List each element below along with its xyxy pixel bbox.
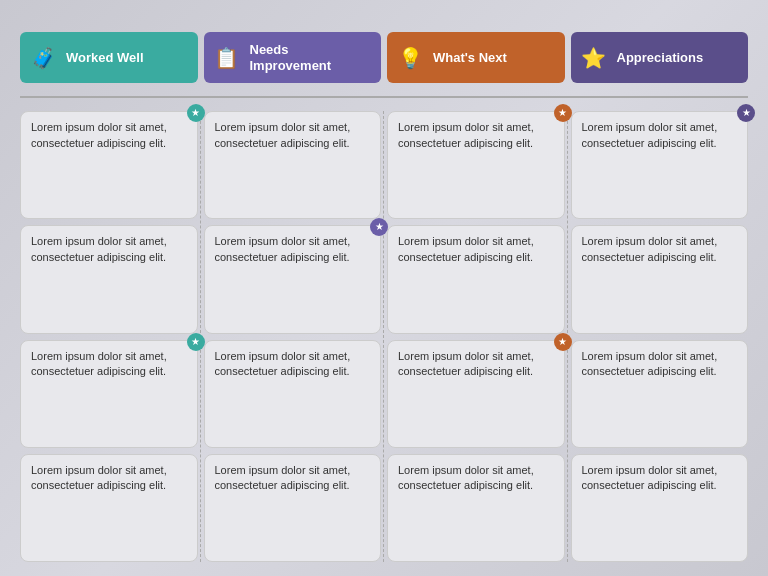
col-header-appreciations: ⭐Appreciations <box>571 32 749 83</box>
card-text: Lorem ipsum dolor sit amet, consectetuer… <box>31 235 167 262</box>
list-item[interactable]: Lorem ipsum dolor sit amet, consectetuer… <box>387 225 565 333</box>
worked-well-label: Worked Well <box>66 50 144 66</box>
col-header-worked-well: 🧳Worked Well <box>20 32 198 83</box>
divider-line <box>20 96 748 98</box>
appreciations-icon: ⭐ <box>579 46 609 70</box>
list-item[interactable]: Lorem ipsum dolor sit amet, consectetuer… <box>20 225 198 333</box>
card-text: Lorem ipsum dolor sit amet, consectetuer… <box>215 464 351 491</box>
star-badge: ★ <box>737 104 755 122</box>
list-item[interactable]: ★Lorem ipsum dolor sit amet, consectetue… <box>387 111 565 219</box>
header-row: 🧳Worked Well📋NeedsImprovement💡What's Nex… <box>20 32 748 83</box>
list-item[interactable]: Lorem ipsum dolor sit amet, consectetuer… <box>20 454 198 562</box>
card-text: Lorem ipsum dolor sit amet, consectetuer… <box>31 121 167 148</box>
column-needs-improvement: Lorem ipsum dolor sit amet, consectetuer… <box>204 111 382 562</box>
column-worked-well: ★Lorem ipsum dolor sit amet, consectetue… <box>20 111 198 562</box>
needs-improvement-label: NeedsImprovement <box>250 42 332 73</box>
list-item[interactable]: ★Lorem ipsum dolor sit amet, consectetue… <box>387 340 565 448</box>
list-item[interactable]: ★Lorem ipsum dolor sit amet, consectetue… <box>20 340 198 448</box>
card-text: Lorem ipsum dolor sit amet, consectetuer… <box>215 121 351 148</box>
card-text: Lorem ipsum dolor sit amet, consectetuer… <box>582 121 718 148</box>
list-item[interactable]: Lorem ipsum dolor sit amet, consectetuer… <box>204 111 382 219</box>
card-text: Lorem ipsum dolor sit amet, consectetuer… <box>31 464 167 491</box>
card-text: Lorem ipsum dolor sit amet, consectetuer… <box>398 464 534 491</box>
star-badge: ★ <box>187 333 205 351</box>
star-badge: ★ <box>554 333 572 351</box>
page: 🧳Worked Well📋NeedsImprovement💡What's Nex… <box>0 0 768 576</box>
card-text: Lorem ipsum dolor sit amet, consectetuer… <box>398 121 534 148</box>
star-badge: ★ <box>370 218 388 236</box>
col-header-needs-improvement: 📋NeedsImprovement <box>204 32 382 83</box>
column-whats-next: ★Lorem ipsum dolor sit amet, consectetue… <box>387 111 565 562</box>
list-item[interactable]: Lorem ipsum dolor sit amet, consectetuer… <box>204 454 382 562</box>
list-item[interactable]: Lorem ipsum dolor sit amet, consectetuer… <box>387 454 565 562</box>
content-area: ★Lorem ipsum dolor sit amet, consectetue… <box>20 111 748 562</box>
card-text: Lorem ipsum dolor sit amet, consectetuer… <box>582 464 718 491</box>
list-item[interactable]: ★Lorem ipsum dolor sit amet, consectetue… <box>20 111 198 219</box>
card-text: Lorem ipsum dolor sit amet, consectetuer… <box>31 350 167 377</box>
card-text: Lorem ipsum dolor sit amet, consectetuer… <box>398 235 534 262</box>
list-item[interactable]: Lorem ipsum dolor sit amet, consectetuer… <box>571 454 749 562</box>
column-appreciations: ★Lorem ipsum dolor sit amet, consectetue… <box>571 111 749 562</box>
whats-next-icon: 💡 <box>395 46 425 70</box>
card-text: Lorem ipsum dolor sit amet, consectetuer… <box>215 235 351 262</box>
card-text: Lorem ipsum dolor sit amet, consectetuer… <box>398 350 534 377</box>
card-text: Lorem ipsum dolor sit amet, consectetuer… <box>582 235 718 262</box>
col-header-whats-next: 💡What's Next <box>387 32 565 83</box>
whats-next-label: What's Next <box>433 50 507 66</box>
card-text: Lorem ipsum dolor sit amet, consectetuer… <box>215 350 351 377</box>
star-badge: ★ <box>187 104 205 122</box>
list-item[interactable]: Lorem ipsum dolor sit amet, consectetuer… <box>571 225 749 333</box>
divider-row <box>20 93 748 101</box>
list-item[interactable]: ★Lorem ipsum dolor sit amet, consectetue… <box>204 225 382 333</box>
star-badge: ★ <box>554 104 572 122</box>
card-text: Lorem ipsum dolor sit amet, consectetuer… <box>582 350 718 377</box>
list-item[interactable]: Lorem ipsum dolor sit amet, consectetuer… <box>571 340 749 448</box>
worked-well-icon: 🧳 <box>28 46 58 70</box>
list-item[interactable]: Lorem ipsum dolor sit amet, consectetuer… <box>204 340 382 448</box>
list-item[interactable]: ★Lorem ipsum dolor sit amet, consectetue… <box>571 111 749 219</box>
appreciations-label: Appreciations <box>617 50 704 66</box>
needs-improvement-icon: 📋 <box>212 46 242 70</box>
